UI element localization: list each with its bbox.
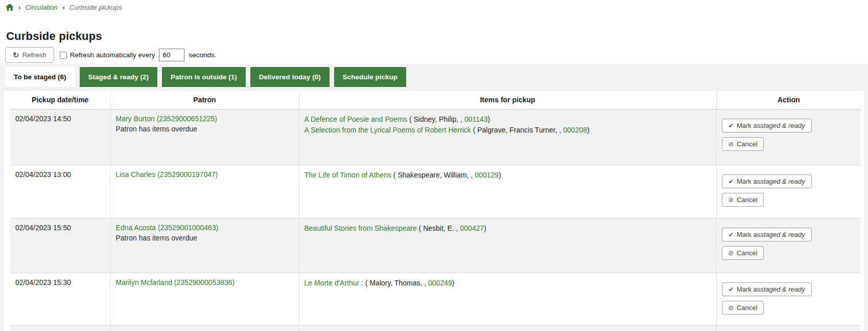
pickup-tabs: To be staged (6)Staged & ready (2)Patron… [5,67,406,87]
item-title-link[interactable]: The Life of Timon of Athens [304,171,391,179]
breadcrumb-current: Curbside pickups [69,4,122,11]
cancel-button[interactable]: ⊘Cancel [722,193,764,207]
items-for-pickup-cell: Beautiful Stories from Shakespeare ( Nes… [299,218,716,273]
item-title-link[interactable]: Le Morte d'Arthur : [304,279,364,287]
cancel-label: Cancel [737,304,757,312]
item-author-text: ( Malory, Thomas, , [363,279,428,287]
mark-label-emphasis: staged & ready [760,231,805,238]
cancel-button-row: ⊘Cancel [722,137,856,151]
mark-staged-ready-button[interactable]: ✔Mark as staged & ready [722,174,812,188]
refresh-button[interactable]: ↻ Refresh [5,47,54,63]
check-icon: ✔ [729,178,734,185]
item-barcode-link[interactable]: 000129 [475,171,499,179]
item-line: A Defence of Poesie and Poems ( Sidney, … [304,115,711,124]
item-title-link[interactable]: Beautiful Stories from Shakespeare [304,224,417,232]
item-author-text: ( Nesbit, E. , [417,224,460,232]
item-title-link[interactable]: A Defence of Poesie and Poems [304,115,408,123]
mark-label: Mark as [737,231,760,238]
action-buttons: ✔Mark as staged & ready⊘Cancel [722,224,856,260]
cancel-label: Cancel [737,249,757,257]
auto-refresh-checkbox[interactable] [60,52,67,59]
to-be-staged-table: Pickup date/timePatronItems for pickupAc… [10,91,861,331]
item-barcode-link[interactable]: 000249 [428,279,452,287]
cancel-button[interactable]: ⊘Cancel [722,246,764,260]
item-barcode-link[interactable]: 000208 [563,126,587,134]
pickup-datetime: 02/04/2023 15:30 [15,278,71,286]
item-barcode-link[interactable]: 001143 [464,115,488,123]
breadcrumb: › Circulation › Curbside pickups [6,4,122,11]
breadcrumb-separator: › [18,4,20,11]
mark-staged-ready-button[interactable]: ✔Mark as staged & ready [722,228,812,241]
item-line: The Life of Timon of Athens ( Shakespear… [304,170,711,180]
table-row: 02/04/2023 13:00Lisa Charles (2352900019… [10,165,861,218]
column-header-action: Action [716,91,861,109]
item-barcode-link[interactable]: 000427 [460,224,484,232]
tab-staged-ready[interactable]: Staged & ready (2) [80,67,158,87]
auto-refresh-label: Refresh automatically every [70,51,155,59]
mark-staged-ready-button[interactable]: ✔Mark as staged & ready [722,119,812,133]
pickups-table-card: Pickup date/timePatronItems for pickupAc… [4,91,864,331]
content-background: To be staged (6)Staged & ready (2)Patron… [0,64,868,331]
mark-label: Mark as [737,285,760,293]
breadcrumb-link-circulation[interactable]: Circulation [25,4,58,11]
refresh-icon: ↻ [13,51,19,60]
cancel-button[interactable]: ⊘Cancel [722,301,764,315]
item-author-text: ( Palgrave, Francis Turner, , [471,126,564,134]
pickup-datetime-cell: 02/04/2023 14:50 [10,109,110,165]
check-icon: ✔ [729,122,734,129]
partial-cell [110,325,299,331]
item-author-text: ( Sidney, Philip, , [407,115,464,123]
items-for-pickup-cell: Le Morte d'Arthur : ( Malory, Thomas, , … [299,273,716,325]
cancel-button-row: ⊘Cancel [722,246,856,260]
check-icon: ✔ [729,285,734,293]
item-title-link[interactable]: A Selection from the Lyrical Poems of Ro… [304,126,471,134]
cancel-icon: ⊘ [729,196,734,204]
action-buttons: ✔Mark as staged & ready⊘Cancel [722,115,856,151]
item-suffix-text: ) [488,115,490,123]
action-buttons: ✔Mark as staged & ready⊘Cancel [722,170,856,207]
tab-delivered-today[interactable]: Delivered today (0) [250,67,330,87]
mark-label: Mark as [737,178,760,185]
pickup-datetime: 02/04/2023 15:50 [15,224,71,232]
item-line: Le Morte d'Arthur : ( Malory, Thomas, , … [304,278,711,288]
action-cell: ✔Mark as staged & ready⊘Cancel [716,273,861,325]
tab-schedule-pickup[interactable]: Schedule pickup [334,67,406,87]
item-author-text: ( Shakespeare, William, , [391,171,475,179]
refresh-toolbar: ↻ Refresh Refresh automatically every se… [5,47,216,63]
cancel-icon: ⊘ [729,304,734,312]
breadcrumb-separator: › [62,4,64,11]
cancel-label: Cancel [737,140,757,148]
item-suffix-text: ) [587,126,590,134]
refresh-interval-input[interactable] [159,49,184,61]
action-cell: ✔Mark as staged & ready⊘Cancel [716,218,861,273]
pickup-datetime-cell: 02/04/2023 13:00 [10,165,110,218]
pickup-datetime: 02/04/2023 13:00 [15,170,71,179]
tab-patron-outside[interactable]: Patron is outside (1) [162,67,246,87]
patron-link[interactable]: Mary Burton (23529000651225) [116,115,217,123]
cancel-label: Cancel [737,196,757,204]
mark-staged-ready-button[interactable]: ✔Mark as staged & ready [722,282,812,296]
mark-label-emphasis: staged & ready [760,285,805,293]
partial-cell [299,325,716,331]
refresh-button-label: Refresh [22,51,46,59]
seconds-label: seconds. [189,51,216,59]
patron-link[interactable]: Lisa Charles (23529000197047) [116,170,218,179]
tab-to-be-staged[interactable]: To be staged (6) [5,67,75,87]
table-row: 02/04/2023 15:50Edna Acosta (23529001000… [10,218,861,273]
partial-cell [716,325,861,331]
column-header-pickup-date-time: Pickup date/time [10,91,110,109]
table-row: 02/04/2023 14:50Mary Burton (23529000651… [10,109,861,165]
table-row: 02/04/2023 15:30Marilyn Mcfarland (23529… [10,273,861,325]
patron-link[interactable]: Edna Acosta (23529001000463) [116,224,219,232]
patron-overdue-note: Patron has items overdue [116,234,294,242]
patron-cell: Edna Acosta (23529001000463)Patron has i… [110,218,299,273]
cancel-button-row: ⊘Cancel [722,193,856,207]
home-icon[interactable] [6,4,14,11]
action-buttons: ✔Mark as staged & ready⊘Cancel [722,278,856,315]
patron-cell: Mary Burton (23529000651225)Patron has i… [110,109,299,165]
partial-cell [10,325,110,331]
patron-link[interactable]: Marilyn Mcfarland (23529000053836) [116,278,235,286]
cancel-button-row: ⊘Cancel [722,301,856,315]
action-cell: ✔Mark as staged & ready⊘Cancel [716,109,861,165]
cancel-button[interactable]: ⊘Cancel [722,137,764,151]
